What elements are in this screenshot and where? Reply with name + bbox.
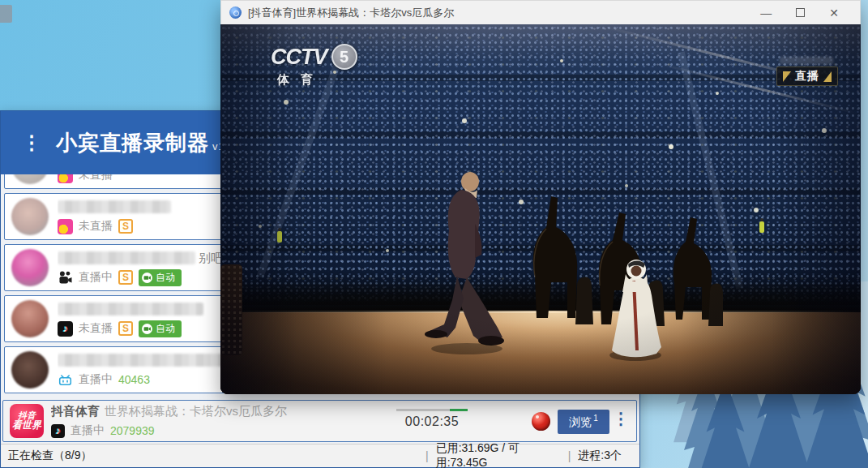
live-badge-decoration xyxy=(823,71,832,82)
status-disk: 已用:31.69G / 可用:73.45G xyxy=(429,441,568,468)
player-window: [抖音体育]世界杯揭幕战：卡塔尔vs厄瓜多尔 — ✕ xyxy=(220,0,861,394)
recording-task-row[interactable]: 抖音 看世界 抖音体育世界杯揭幕战：卡塔尔vs厄瓜多尔 ♪ 直播中 207993… xyxy=(2,400,637,442)
live-status-label: 直播中 xyxy=(71,423,105,438)
quality-badge: S xyxy=(118,321,133,336)
score-bug-ghost xyxy=(780,57,833,64)
camera-icon xyxy=(142,324,152,334)
maximize-button[interactable] xyxy=(796,8,805,17)
app-title: 小宾直播录制器v1.6 xyxy=(56,129,236,157)
row-menu-icon[interactable]: ⋮ xyxy=(613,409,629,428)
redacted-name xyxy=(58,200,171,213)
platform-icon-bilibili xyxy=(58,372,73,388)
cctv-channel-number: 5 xyxy=(331,44,357,70)
live-status-label: 直播中 xyxy=(79,372,113,387)
camera-icon xyxy=(142,273,152,283)
redacted-name xyxy=(58,303,203,316)
cctv-brand-text: CCTV xyxy=(271,45,327,70)
auto-record-badge: 自动 xyxy=(139,269,182,286)
status-checking: 正在检查（8/9） xyxy=(1,449,425,463)
recording-title: 世界杯揭幕战：卡塔尔vs厄瓜多尔 xyxy=(105,404,287,418)
redacted-name xyxy=(58,354,232,367)
browse-button[interactable]: 浏览1 xyxy=(558,410,609,434)
quality-badge: S xyxy=(118,219,133,234)
platform-icon-douyin: ♪ xyxy=(58,321,73,337)
recording-progress-fill xyxy=(450,409,468,411)
avatar xyxy=(11,198,49,235)
browse-count-sup: 1 xyxy=(593,414,598,423)
live-status-label: 未直播 xyxy=(79,219,113,234)
avatar xyxy=(11,174,49,184)
live-badge: 直播 xyxy=(776,67,838,86)
recording-timer-block: 00:02:35 xyxy=(387,407,477,429)
avatar xyxy=(11,249,49,286)
platform-icon-pink-smiley xyxy=(58,174,73,183)
desktop-edge-window-chip xyxy=(0,5,12,23)
recording-indicator-icon xyxy=(532,412,550,431)
player-app-icon xyxy=(229,6,242,19)
live-status-label: 直播中 xyxy=(79,270,113,285)
redacted-name xyxy=(58,251,195,264)
player-titlebar[interactable]: [抖音体育]世界杯揭幕战：卡塔尔vs厄瓜多尔 — ✕ xyxy=(220,0,861,24)
player-title: [抖音体育]世界杯揭幕战：卡塔尔vs厄瓜多尔 xyxy=(248,6,760,20)
app-menu-icon[interactable]: ⋮ xyxy=(22,133,41,152)
recording-progress-bar xyxy=(396,409,468,411)
cctv5-logo: CCTV 5 体育 xyxy=(271,44,357,88)
auto-record-badge: 自动 xyxy=(139,320,182,337)
recording-owner: 抖音体育 xyxy=(51,404,100,418)
avatar xyxy=(11,351,49,389)
live-status-label: 未直播 xyxy=(79,321,113,336)
recording-timer: 00:02:35 xyxy=(387,414,477,429)
douyin-world-logo: 抖音 看世界 xyxy=(10,404,44,438)
video-frame[interactable]: CCTV 5 体育 直播 xyxy=(220,24,861,394)
status-bar: 正在检查（8/9） | 已用:31.69G / 可用:73.45G | 进程:3… xyxy=(1,444,639,467)
status-processes: 进程:3个 xyxy=(571,449,622,463)
cctv-sub-text: 体育 xyxy=(277,72,357,88)
avatar xyxy=(11,300,49,337)
viewer-count: 2079939 xyxy=(110,424,155,437)
live-badge-decoration xyxy=(783,71,791,82)
close-button[interactable]: ✕ xyxy=(829,7,839,19)
platform-icon-kuaishou xyxy=(58,270,73,286)
platform-icon-douyin: ♪ xyxy=(51,424,65,438)
platform-icon-pink-smiley xyxy=(58,219,73,234)
quality-badge: S xyxy=(118,270,133,285)
minimize-button[interactable]: — xyxy=(760,7,772,19)
live-status-label: 未直播 xyxy=(79,174,113,182)
viewer-count: 40463 xyxy=(118,373,150,386)
